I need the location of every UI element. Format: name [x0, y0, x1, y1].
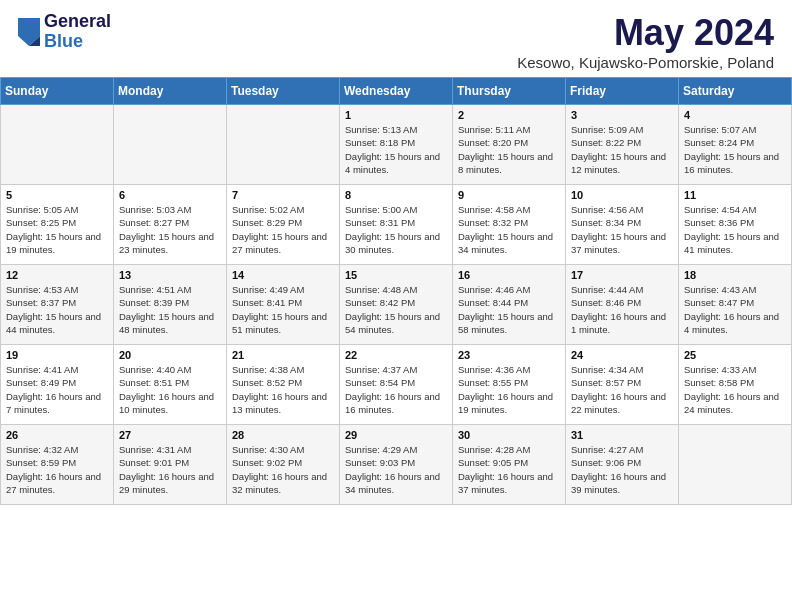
calendar-cell: 13Sunrise: 4:51 AMSunset: 8:39 PMDayligh…: [114, 265, 227, 345]
day-info: Sunrise: 4:40 AMSunset: 8:51 PMDaylight:…: [119, 363, 221, 416]
calendar-cell: 4Sunrise: 5:07 AMSunset: 8:24 PMDaylight…: [679, 105, 792, 185]
day-info: Sunrise: 5:11 AMSunset: 8:20 PMDaylight:…: [458, 123, 560, 176]
day-info: Sunrise: 4:46 AMSunset: 8:44 PMDaylight:…: [458, 283, 560, 336]
day-number: 21: [232, 349, 334, 361]
calendar-cell: 24Sunrise: 4:34 AMSunset: 8:57 PMDayligh…: [566, 345, 679, 425]
calendar-cell: [114, 105, 227, 185]
logo-blue-text: Blue: [44, 32, 111, 52]
day-info: Sunrise: 4:36 AMSunset: 8:55 PMDaylight:…: [458, 363, 560, 416]
header: General Blue May 2024 Kesowo, Kujawsko-P…: [0, 0, 792, 77]
day-number: 16: [458, 269, 560, 281]
day-number: 14: [232, 269, 334, 281]
calendar-table: SundayMondayTuesdayWednesdayThursdayFrid…: [0, 77, 792, 505]
header-day-saturday: Saturday: [679, 78, 792, 105]
day-info: Sunrise: 5:07 AMSunset: 8:24 PMDaylight:…: [684, 123, 786, 176]
week-row-5: 26Sunrise: 4:32 AMSunset: 8:59 PMDayligh…: [1, 425, 792, 505]
calendar-cell: 5Sunrise: 5:05 AMSunset: 8:25 PMDaylight…: [1, 185, 114, 265]
day-info: Sunrise: 5:05 AMSunset: 8:25 PMDaylight:…: [6, 203, 108, 256]
day-info: Sunrise: 4:53 AMSunset: 8:37 PMDaylight:…: [6, 283, 108, 336]
day-number: 3: [571, 109, 673, 121]
day-info: Sunrise: 4:56 AMSunset: 8:34 PMDaylight:…: [571, 203, 673, 256]
calendar-cell: 6Sunrise: 5:03 AMSunset: 8:27 PMDaylight…: [114, 185, 227, 265]
day-info: Sunrise: 4:38 AMSunset: 8:52 PMDaylight:…: [232, 363, 334, 416]
header-day-friday: Friday: [566, 78, 679, 105]
day-info: Sunrise: 4:28 AMSunset: 9:05 PMDaylight:…: [458, 443, 560, 496]
day-number: 8: [345, 189, 447, 201]
calendar-cell: 25Sunrise: 4:33 AMSunset: 8:58 PMDayligh…: [679, 345, 792, 425]
day-number: 30: [458, 429, 560, 441]
header-day-wednesday: Wednesday: [340, 78, 453, 105]
day-info: Sunrise: 4:33 AMSunset: 8:58 PMDaylight:…: [684, 363, 786, 416]
day-info: Sunrise: 4:37 AMSunset: 8:54 PMDaylight:…: [345, 363, 447, 416]
calendar-cell: 18Sunrise: 4:43 AMSunset: 8:47 PMDayligh…: [679, 265, 792, 345]
day-number: 19: [6, 349, 108, 361]
calendar-header: SundayMondayTuesdayWednesdayThursdayFrid…: [1, 78, 792, 105]
day-info: Sunrise: 4:34 AMSunset: 8:57 PMDaylight:…: [571, 363, 673, 416]
calendar-cell: 7Sunrise: 5:02 AMSunset: 8:29 PMDaylight…: [227, 185, 340, 265]
day-info: Sunrise: 4:48 AMSunset: 8:42 PMDaylight:…: [345, 283, 447, 336]
day-info: Sunrise: 4:30 AMSunset: 9:02 PMDaylight:…: [232, 443, 334, 496]
header-day-sunday: Sunday: [1, 78, 114, 105]
day-number: 20: [119, 349, 221, 361]
calendar-cell: 22Sunrise: 4:37 AMSunset: 8:54 PMDayligh…: [340, 345, 453, 425]
month-title: May 2024: [517, 12, 774, 54]
week-row-4: 19Sunrise: 4:41 AMSunset: 8:49 PMDayligh…: [1, 345, 792, 425]
calendar-cell: 23Sunrise: 4:36 AMSunset: 8:55 PMDayligh…: [453, 345, 566, 425]
day-number: 28: [232, 429, 334, 441]
header-row: SundayMondayTuesdayWednesdayThursdayFrid…: [1, 78, 792, 105]
day-number: 22: [345, 349, 447, 361]
day-number: 31: [571, 429, 673, 441]
week-row-1: 1Sunrise: 5:13 AMSunset: 8:18 PMDaylight…: [1, 105, 792, 185]
location-title: Kesowo, Kujawsko-Pomorskie, Poland: [517, 54, 774, 71]
calendar-cell: 21Sunrise: 4:38 AMSunset: 8:52 PMDayligh…: [227, 345, 340, 425]
calendar-cell: [679, 425, 792, 505]
day-info: Sunrise: 4:54 AMSunset: 8:36 PMDaylight:…: [684, 203, 786, 256]
calendar-cell: 12Sunrise: 4:53 AMSunset: 8:37 PMDayligh…: [1, 265, 114, 345]
day-info: Sunrise: 5:13 AMSunset: 8:18 PMDaylight:…: [345, 123, 447, 176]
day-info: Sunrise: 4:31 AMSunset: 9:01 PMDaylight:…: [119, 443, 221, 496]
day-number: 11: [684, 189, 786, 201]
calendar-cell: 19Sunrise: 4:41 AMSunset: 8:49 PMDayligh…: [1, 345, 114, 425]
calendar-cell: 27Sunrise: 4:31 AMSunset: 9:01 PMDayligh…: [114, 425, 227, 505]
calendar-cell: 8Sunrise: 5:00 AMSunset: 8:31 PMDaylight…: [340, 185, 453, 265]
day-info: Sunrise: 4:58 AMSunset: 8:32 PMDaylight:…: [458, 203, 560, 256]
day-info: Sunrise: 4:44 AMSunset: 8:46 PMDaylight:…: [571, 283, 673, 336]
day-info: Sunrise: 4:49 AMSunset: 8:41 PMDaylight:…: [232, 283, 334, 336]
day-number: 25: [684, 349, 786, 361]
calendar-cell: [1, 105, 114, 185]
day-info: Sunrise: 4:41 AMSunset: 8:49 PMDaylight:…: [6, 363, 108, 416]
day-number: 26: [6, 429, 108, 441]
calendar-cell: 3Sunrise: 5:09 AMSunset: 8:22 PMDaylight…: [566, 105, 679, 185]
day-number: 15: [345, 269, 447, 281]
day-info: Sunrise: 4:27 AMSunset: 9:06 PMDaylight:…: [571, 443, 673, 496]
calendar-cell: 31Sunrise: 4:27 AMSunset: 9:06 PMDayligh…: [566, 425, 679, 505]
header-day-tuesday: Tuesday: [227, 78, 340, 105]
day-info: Sunrise: 5:02 AMSunset: 8:29 PMDaylight:…: [232, 203, 334, 256]
calendar-cell: 9Sunrise: 4:58 AMSunset: 8:32 PMDaylight…: [453, 185, 566, 265]
calendar-cell: 26Sunrise: 4:32 AMSunset: 8:59 PMDayligh…: [1, 425, 114, 505]
day-number: 4: [684, 109, 786, 121]
calendar-cell: 30Sunrise: 4:28 AMSunset: 9:05 PMDayligh…: [453, 425, 566, 505]
logo-icon: [18, 18, 40, 46]
calendar-cell: 29Sunrise: 4:29 AMSunset: 9:03 PMDayligh…: [340, 425, 453, 505]
day-number: 1: [345, 109, 447, 121]
logo: General Blue: [18, 12, 111, 52]
calendar-body: 1Sunrise: 5:13 AMSunset: 8:18 PMDaylight…: [1, 105, 792, 505]
day-number: 24: [571, 349, 673, 361]
calendar-cell: 14Sunrise: 4:49 AMSunset: 8:41 PMDayligh…: [227, 265, 340, 345]
day-number: 17: [571, 269, 673, 281]
day-number: 2: [458, 109, 560, 121]
title-section: May 2024 Kesowo, Kujawsko-Pomorskie, Pol…: [517, 12, 774, 71]
day-info: Sunrise: 5:03 AMSunset: 8:27 PMDaylight:…: [119, 203, 221, 256]
day-info: Sunrise: 5:00 AMSunset: 8:31 PMDaylight:…: [345, 203, 447, 256]
week-row-2: 5Sunrise: 5:05 AMSunset: 8:25 PMDaylight…: [1, 185, 792, 265]
day-info: Sunrise: 4:43 AMSunset: 8:47 PMDaylight:…: [684, 283, 786, 336]
calendar-cell: 2Sunrise: 5:11 AMSunset: 8:20 PMDaylight…: [453, 105, 566, 185]
day-number: 27: [119, 429, 221, 441]
calendar-cell: 20Sunrise: 4:40 AMSunset: 8:51 PMDayligh…: [114, 345, 227, 425]
day-number: 7: [232, 189, 334, 201]
header-day-thursday: Thursday: [453, 78, 566, 105]
calendar-cell: 1Sunrise: 5:13 AMSunset: 8:18 PMDaylight…: [340, 105, 453, 185]
day-number: 18: [684, 269, 786, 281]
header-day-monday: Monday: [114, 78, 227, 105]
